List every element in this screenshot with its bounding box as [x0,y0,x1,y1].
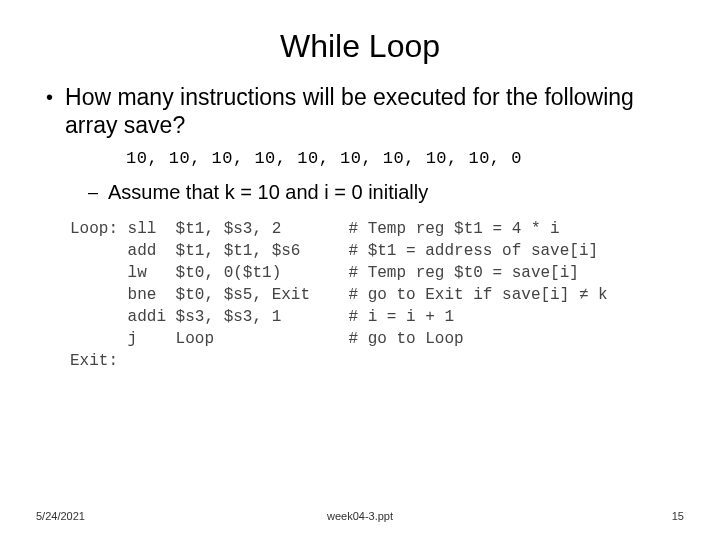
bullet-item: • How many instructions will be executed… [46,83,684,139]
code-block: Loop: sll $t1, $s3, 2 # Temp reg $t1 = 4… [70,218,684,372]
footer: 5/24/2021 week04-3.ppt 15 [36,510,684,522]
footer-file: week04-3.ppt [36,510,684,522]
array-values: 10, 10, 10, 10, 10, 10, 10, 10, 10, 0 [126,149,684,168]
bullet-marker: • [46,83,53,111]
sub-bullet-item: – Assume that k = 10 and i = 0 initially [88,180,684,204]
sub-bullet-marker: – [88,180,98,204]
bullet-text: How many instructions will be executed f… [65,83,684,139]
sub-bullet-text: Assume that k = 10 and i = 0 initially [108,180,428,204]
slide-title: While Loop [36,28,684,65]
